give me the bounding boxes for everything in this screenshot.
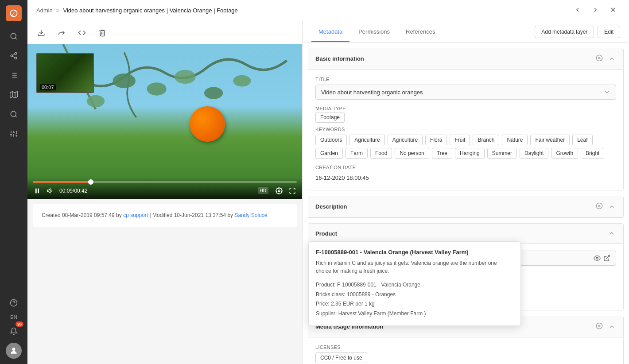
nav-next-button[interactable] — [588, 4, 602, 16]
product-collapse-button[interactable] — [607, 229, 616, 238]
media-type-label: Media type — [315, 106, 616, 111]
code-icon — [78, 29, 86, 37]
kw-agriculture2: Agriculture — [388, 135, 423, 145]
tab-references[interactable]: References — [399, 22, 442, 42]
right-panel: Metadata Permissions References Add meta… — [302, 21, 629, 364]
title-value: Video about harvesting organic oranges — [321, 89, 423, 96]
chevron-left-icon — [574, 6, 581, 13]
sidebar-item-filter[interactable] — [6, 126, 22, 142]
sidebar-item-list[interactable] — [6, 67, 22, 83]
delete-button[interactable] — [96, 26, 109, 39]
sidebar-item-map[interactable] — [6, 87, 22, 103]
time-display: 00:09/00:42 — [59, 188, 87, 194]
svg-marker-10 — [10, 92, 18, 98]
kw-nature: Nature — [502, 135, 528, 145]
help-icon — [10, 299, 18, 307]
title-field[interactable]: Video about harvesting organic oranges — [315, 85, 616, 100]
sidebar-item-search[interactable] — [6, 28, 22, 44]
tab-actions: Add metadata layer Edit — [535, 26, 620, 38]
svg-point-31 — [113, 74, 136, 88]
svg-point-30 — [87, 95, 105, 108]
logo-icon — [9, 9, 18, 18]
media-usage-body: Licenses CC0 / Free to use — [308, 337, 623, 364]
video-player[interactable]: 00:07 — [27, 44, 302, 199]
description-clear-button[interactable] — [595, 201, 604, 212]
hd-badge: HD — [258, 187, 268, 194]
basic-info-body: Title Video about harvesting organic ora… — [308, 70, 623, 190]
media-usage-collapse-button[interactable] — [607, 321, 616, 332]
language-label[interactable]: EN — [10, 314, 17, 320]
orange-fruit — [190, 106, 225, 142]
tab-permissions[interactable]: Permissions — [351, 22, 397, 42]
license-tag: CC0 / Free to use — [315, 352, 367, 363]
kw-garden: Garden — [315, 148, 343, 159]
nav-prev-button[interactable] — [571, 4, 585, 16]
sidebar-item-help[interactable] — [6, 295, 22, 311]
controls-row: 00:09/00:42 HD — [33, 186, 297, 195]
settings-button[interactable] — [275, 186, 283, 195]
modified-by-link[interactable]: Sandy Soluce — [234, 212, 267, 218]
add-metadata-layer-button[interactable]: Add metadata layer — [535, 26, 594, 38]
product-actions — [607, 229, 616, 238]
kw-tree: Tree — [432, 148, 452, 159]
pause-icon — [34, 187, 41, 194]
share-button[interactable] — [55, 26, 68, 39]
tab-metadata[interactable]: Metadata — [311, 22, 349, 42]
progress-thumb — [88, 179, 93, 185]
tooltip-bricks: Bricks class: 10005889 - Oranges — [316, 290, 513, 300]
svg-point-47 — [596, 257, 598, 259]
fullscreen-icon — [289, 187, 296, 194]
media-type-tag: Footage — [315, 112, 345, 123]
kw-flora: Flora — [425, 135, 447, 145]
user-avatar[interactable] — [6, 343, 22, 359]
volume-button[interactable] — [46, 186, 55, 195]
thumbnail-time: 00:07 — [40, 84, 56, 90]
breadcrumb-nav — [571, 4, 620, 16]
description-collapse-button[interactable] — [607, 201, 616, 212]
content-area: 00:07 — [27, 21, 629, 364]
kw-fruit: Fruit — [450, 135, 470, 145]
chevron-up-usage-icon — [608, 323, 615, 330]
notifications-button[interactable]: 26 — [6, 323, 22, 339]
product-header: Product — [308, 224, 623, 244]
kw-outdoors: Outdoors — [315, 135, 347, 145]
file-info: Created 08-Mar-2019 09:57:49 by cp suppo… — [33, 204, 297, 227]
basic-info-actions — [595, 54, 616, 64]
sidebar-item-share[interactable] — [6, 48, 22, 64]
close-button[interactable] — [606, 4, 620, 16]
download-icon — [37, 29, 45, 37]
basic-info-clear-button[interactable] — [595, 54, 604, 64]
basic-info-collapse-button[interactable] — [607, 54, 616, 64]
sidebar-item-search2[interactable] — [6, 106, 22, 122]
progress-bar[interactable] — [33, 181, 297, 183]
basic-info-section: Basic information Title Video abou — [308, 48, 624, 190]
keywords-container: Outdoors Agriculture Agriculture Flora F… — [315, 135, 616, 159]
video-controls: 00:09/00:42 HD — [27, 178, 302, 199]
current-time: 00:09 — [59, 188, 73, 194]
settings-icon — [276, 187, 283, 194]
pause-button[interactable] — [33, 186, 42, 195]
chevron-right-icon — [592, 6, 599, 13]
created-by-link[interactable]: cp support — [123, 212, 148, 218]
chevron-up-icon — [608, 55, 615, 62]
app-logo[interactable] — [6, 5, 22, 21]
fullscreen-button[interactable] — [288, 186, 297, 195]
keywords-label: Keywords — [315, 127, 616, 132]
media-usage-clear-button[interactable] — [595, 321, 604, 332]
eye-icon — [594, 255, 601, 262]
title-label: Title — [315, 77, 616, 82]
svg-point-33 — [175, 70, 196, 84]
tooltip-supplier: Supplier: Harvest Valley Farm (Member Fa… — [316, 309, 513, 319]
created-label: Created 08-Mar-2019 09:57:49 by — [42, 212, 122, 218]
kw-bright: Bright — [581, 148, 604, 159]
download-button[interactable] — [35, 26, 48, 39]
embed-button[interactable] — [75, 26, 89, 39]
svg-point-34 — [204, 87, 223, 99]
svg-point-1 — [15, 53, 17, 55]
edit-button[interactable]: Edit — [598, 26, 620, 38]
x-circle-usage-icon — [596, 322, 603, 329]
tooltip-desc: Rich in vitamin C and as juicy as it get… — [316, 259, 513, 275]
video-frame: 00:07 — [27, 44, 302, 199]
map-icon — [10, 91, 18, 99]
external-link-icon — [603, 255, 610, 262]
